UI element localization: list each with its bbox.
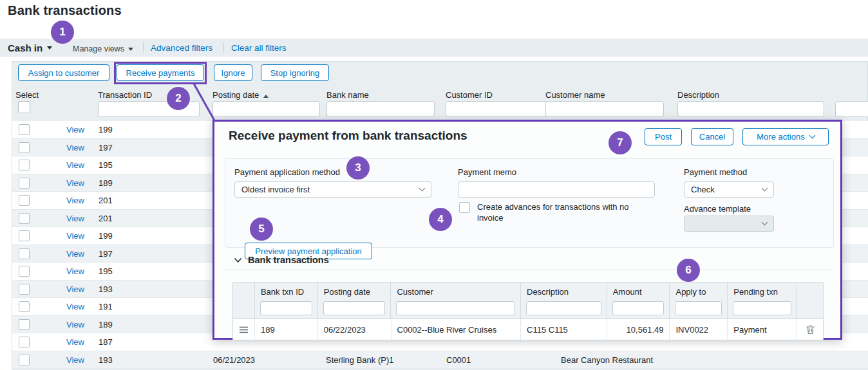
filter-customer-id-input[interactable]: [446, 101, 547, 117]
inner-table-row: 189 06/22/2023 C0002--Blue River Cruises…: [233, 319, 823, 340]
chevron-down-icon: [47, 46, 52, 50]
row-checkbox[interactable]: [19, 160, 30, 171]
view-link[interactable]: View: [52, 284, 84, 294]
ignore-button[interactable]: Ignore: [214, 64, 252, 81]
transaction-id: 201: [99, 196, 113, 205]
select-all-checkbox[interactable]: [18, 101, 30, 113]
row-checkbox[interactable]: [19, 213, 30, 224]
row-checkbox[interactable]: [19, 142, 30, 153]
more-actions-button[interactable]: More actions: [742, 128, 829, 145]
column-description: Description: [677, 90, 719, 100]
filter-apply-to-input[interactable]: [675, 301, 722, 315]
amount: 10,561.49: [607, 319, 670, 340]
filter-posting-date-input[interactable]: [212, 101, 320, 117]
assign-to-customer-button[interactable]: Assign to customer: [18, 64, 109, 81]
transaction-id: 187: [99, 337, 113, 347]
row-checkbox[interactable]: [19, 355, 30, 365]
column-pending-txn: Pending txn: [733, 287, 778, 297]
view-selector-label: Cash in: [8, 42, 42, 53]
cancel-button[interactable]: Cancel: [691, 128, 733, 145]
view-link[interactable]: View: [52, 178, 84, 188]
view-link[interactable]: View: [52, 143, 84, 153]
panel-title: Receive payment from bank transactions: [229, 129, 467, 143]
view-link[interactable]: View: [52, 231, 84, 241]
row-checkbox[interactable]: [19, 230, 30, 241]
payment-method-label: Payment method: [684, 167, 747, 177]
chevron-down-icon: [762, 219, 768, 226]
divider: [223, 42, 224, 53]
annotation-badge-1: 1: [51, 21, 74, 44]
receive-payments-button[interactable]: Receive payments: [117, 64, 204, 81]
delete-row-button[interactable]: [803, 324, 817, 335]
section-title: Bank transactions: [248, 255, 329, 265]
chevron-down-icon: [809, 133, 815, 139]
divider: [225, 270, 833, 270]
filter-customer-name-input[interactable]: [545, 101, 664, 117]
customer-name: Bear Canyon Restaurant: [561, 355, 653, 365]
chevron-down-icon: [234, 257, 242, 263]
description: C115 C115: [521, 319, 607, 340]
bank-transactions-section-toggle[interactable]: Bank transactions: [234, 255, 329, 265]
row-checkbox[interactable]: [19, 337, 30, 347]
payment-application-method-select[interactable]: Oldest invoice first: [234, 181, 431, 198]
transaction-id: 195: [99, 266, 113, 276]
view-link[interactable]: View: [52, 302, 84, 311]
transaction-id: 197: [99, 249, 113, 259]
customer: C0002--Blue River Cruises: [392, 319, 522, 340]
filter-bank-name-input[interactable]: [326, 101, 435, 117]
manage-views-label: Manage views: [73, 44, 124, 53]
divider: [143, 42, 144, 53]
view-link[interactable]: View: [52, 160, 84, 170]
view-selector-cash-in[interactable]: Cash in: [8, 42, 52, 53]
transaction-id: 199: [99, 125, 113, 134]
view-link[interactable]: View: [52, 320, 84, 329]
row-checkbox[interactable]: [19, 319, 30, 330]
view-link[interactable]: View: [52, 355, 84, 365]
filter-extra-input[interactable]: [835, 101, 868, 117]
annotation-leader-line: [190, 81, 219, 124]
row-checkbox[interactable]: [19, 284, 30, 295]
view-link[interactable]: View: [52, 196, 84, 205]
filter-posting-date-input[interactable]: [323, 301, 386, 315]
filter-description-input[interactable]: [526, 301, 601, 315]
annotation-badge-4: 4: [429, 208, 452, 231]
row-checkbox[interactable]: [19, 178, 30, 189]
payment-memo-input[interactable]: [458, 181, 655, 198]
advance-template-select: [684, 216, 774, 232]
filter-bank-txn-id-input[interactable]: [260, 301, 312, 315]
filter-amount-input[interactable]: [612, 301, 665, 315]
create-advances-checkbox[interactable]: [459, 202, 470, 213]
view-link[interactable]: View: [52, 249, 84, 259]
bank-txn-id: 189: [255, 319, 318, 340]
row-checkbox[interactable]: [19, 195, 30, 206]
post-button[interactable]: Post: [645, 128, 682, 145]
filter-customer-input[interactable]: [396, 301, 515, 315]
filter-description-input[interactable]: [677, 101, 824, 117]
filter-pending-txn-input[interactable]: [733, 301, 791, 315]
row-checkbox[interactable]: [19, 266, 30, 277]
bank-name: Sterling Bank (P)1: [326, 355, 394, 365]
manage-views-menu[interactable]: Manage views: [73, 44, 133, 53]
view-link[interactable]: View: [52, 214, 84, 223]
customer-id: C0001: [446, 355, 471, 365]
payment-memo-label: Payment memo: [458, 167, 516, 177]
row-checkbox[interactable]: [19, 301, 30, 312]
view-link[interactable]: View: [52, 125, 84, 134]
transaction-id: 197: [99, 143, 113, 153]
advanced-filters-link[interactable]: Advanced filters: [151, 43, 212, 53]
annotation-badge-7: 7: [609, 131, 632, 154]
view-link[interactable]: View: [52, 266, 84, 276]
column-posting-date[interactable]: Posting date: [212, 90, 269, 100]
stop-ignoring-button[interactable]: Stop ignoring: [261, 64, 329, 81]
sort-ascending-icon: [263, 95, 269, 98]
row-checkbox[interactable]: [19, 248, 30, 259]
drag-handle[interactable]: [233, 319, 255, 340]
inner-bank-transactions-table: Bank txn ID Posting date Customer Descri…: [232, 282, 824, 340]
transaction-id: 201: [99, 214, 113, 223]
row-checkbox[interactable]: [19, 124, 30, 135]
payment-application-method-label: Payment application method: [234, 167, 340, 177]
clear-all-filters-link[interactable]: Clear all filters: [231, 43, 287, 53]
payment-method-select[interactable]: Check: [684, 181, 774, 198]
view-link[interactable]: View: [52, 337, 84, 347]
column-bank-name: Bank name: [326, 90, 369, 100]
